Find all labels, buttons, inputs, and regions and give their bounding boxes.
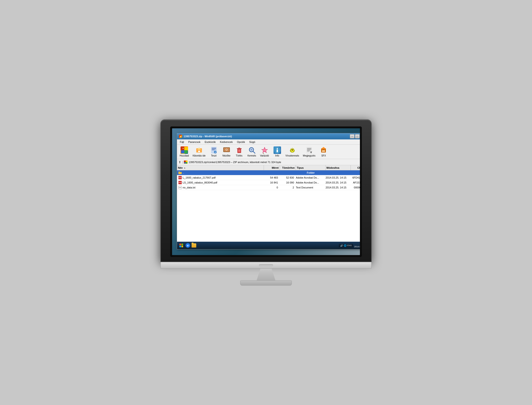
monitor-stand-neck xyxy=(257,269,275,280)
file-size: 16 841 xyxy=(270,181,278,184)
file-crc: 6FD41FCA xyxy=(352,176,360,179)
sfx-icon: SFX xyxy=(320,146,327,154)
svg-rect-10 xyxy=(212,149,216,149)
title-controls: ─ □ ✕ xyxy=(350,134,360,138)
pdf-icon: PDF xyxy=(178,181,182,184)
file-modified: 2014.03.25. 14:15 xyxy=(326,181,347,184)
internet-explorer-icon[interactable]: e xyxy=(185,243,190,248)
kereses-icon xyxy=(248,146,256,154)
winrar-window: R 1395753323.zip - WinRAR (próbaverzió) … xyxy=(177,133,360,250)
menu-tools[interactable]: Eszközök xyxy=(203,140,218,144)
col-header-packed[interactable]: Tömörítve xyxy=(280,165,296,170)
window-title: 1395753323.zip - WinRAR (próbaverzió) xyxy=(184,135,232,138)
toolbar-varazsl[interactable]: Varázsló xyxy=(259,145,271,158)
start-button[interactable] xyxy=(178,243,184,248)
taskbar-right: 🔊 🌐 ENG 14:01 2014.04.04. xyxy=(339,243,360,248)
toolbar-kibontas[interactable]: Kibontás ide xyxy=(191,145,207,158)
toolbar-info[interactable]: Info xyxy=(271,145,283,158)
file-type: Folder xyxy=(307,171,315,174)
txt-icon: TXT xyxy=(178,186,182,189)
svg-rect-20 xyxy=(238,148,240,148)
title-bar: R 1395753323.zip - WinRAR (próbaverzió) … xyxy=(177,133,360,139)
menu-file[interactable]: Fájl xyxy=(178,140,186,144)
svg-rect-23 xyxy=(240,149,240,152)
menu-options[interactable]: Opciók xyxy=(235,140,247,144)
file-crc: AF1510D0 xyxy=(353,181,360,184)
menu-help[interactable]: Súgó xyxy=(247,140,257,144)
toolbar-kereses[interactable]: Keresés xyxy=(246,145,258,158)
file-packed: 16 090 xyxy=(286,181,294,184)
megjegyzes-icon xyxy=(306,146,313,154)
svg-rect-52 xyxy=(184,162,186,163)
toolbar-sfx[interactable]: SFX SFX xyxy=(317,145,330,158)
file-name: LS_1600_rabalux_863040.pdf xyxy=(183,181,217,184)
info-icon xyxy=(273,146,281,154)
megjegyzes-label: Megjegyzés xyxy=(303,154,315,157)
desktop-background: R 1395753323.zip - WinRAR (próbaverzió) … xyxy=(172,128,360,255)
file-crc: 00000000 xyxy=(354,186,360,189)
taskbar-folder-icon[interactable] xyxy=(191,243,196,248)
toolbar-viruskereses[interactable]: Víruskeresés xyxy=(284,145,301,158)
monitor-power-button[interactable] xyxy=(259,264,273,266)
clock-date: 2014.04.04. xyxy=(354,245,360,248)
svg-rect-2 xyxy=(181,150,184,154)
windows-logo-icon xyxy=(179,243,183,247)
svg-point-26 xyxy=(250,148,253,151)
file-name: .. xyxy=(183,171,184,174)
svg-point-35 xyxy=(292,149,293,151)
monitor-body: R 1395753323.zip - WinRAR (próbaverzió) … xyxy=(160,119,372,262)
col-header-modified[interactable]: Módosítva xyxy=(326,165,351,170)
svg-rect-53 xyxy=(186,162,187,163)
file-modified: 2014.03.25. 14:15 xyxy=(326,176,347,179)
toolbar-teszt[interactable]: ✓ Teszt xyxy=(208,145,220,158)
svg-rect-11 xyxy=(212,150,215,150)
menu-commands[interactable]: Parancsok xyxy=(186,140,202,144)
winrar-title-icon: R xyxy=(179,135,182,138)
col-header-name[interactable]: Név ▲ xyxy=(177,165,264,170)
file-type: Adobe Acrobat Do... xyxy=(296,176,319,179)
table-row[interactable]: PDF L_1600_rabalux_217667.pdf 54 483 52 … xyxy=(177,175,360,180)
file-name: no_data.txt xyxy=(183,186,195,189)
svg-point-17 xyxy=(226,149,227,150)
svg-text:SFX: SFX xyxy=(322,151,325,152)
col-header-crc[interactable]: CRC32 xyxy=(351,165,360,170)
toolbar-megjegyzes[interactable]: Megjegyzés xyxy=(301,145,317,158)
maximize-button[interactable]: □ xyxy=(355,134,360,138)
svg-rect-50 xyxy=(184,161,186,162)
nezoke-label: Nézőke xyxy=(223,154,231,157)
svg-rect-43 xyxy=(307,151,309,151)
col-header-size[interactable]: Méret xyxy=(264,165,280,170)
svg-rect-21 xyxy=(238,149,239,152)
minimize-button[interactable]: ─ xyxy=(350,134,355,138)
info-label: Info xyxy=(275,154,279,157)
torles-icon xyxy=(235,146,243,154)
svg-rect-7 xyxy=(198,151,200,152)
svg-text:✓: ✓ xyxy=(215,151,217,154)
svg-line-37 xyxy=(293,148,294,149)
taskbar-left: e xyxy=(178,243,196,248)
up-folder-icon[interactable]: ⬆ xyxy=(178,160,181,164)
svg-rect-41 xyxy=(307,149,311,149)
toolbar: + Hozzáad xyxy=(177,145,360,159)
menu-favorites[interactable]: Kedvencek xyxy=(218,140,235,144)
monitor-stand-base xyxy=(240,280,292,286)
toolbar-hozzaad[interactable]: + Hozzáad xyxy=(178,145,191,158)
toolbar-nezoke[interactable]: Nézőke xyxy=(220,145,233,158)
tray-icon-2: 🌐 xyxy=(344,244,347,247)
hozzaad-icon: + xyxy=(181,146,188,154)
col-header-type[interactable]: Típus xyxy=(296,165,326,170)
tray-icon-1: 🔊 xyxy=(340,244,343,247)
svg-rect-48 xyxy=(323,149,324,150)
table-row[interactable]: PDF LS_1600_rabalux_863040.pdf 16 841 16… xyxy=(177,180,360,185)
taskbar: e 🔊 🌐 ENG 14:01 xyxy=(177,242,360,249)
toolbar-torles[interactable]: Törlés xyxy=(233,145,245,158)
monitor-wrapper: R 1395753323.zip - WinRAR (próbaverzió) … xyxy=(160,119,372,286)
table-row[interactable]: .. Folder xyxy=(177,170,360,175)
table-row[interactable]: TXT no_data.txt 0 2 Text D xyxy=(177,185,360,190)
file-name: L_1600_rabalux_217667.pdf xyxy=(183,176,216,179)
menu-bar: Fájl Parancsok Eszközök Kedvencek Opciók… xyxy=(177,139,360,145)
nezoke-icon xyxy=(223,146,230,154)
svg-rect-42 xyxy=(307,150,310,150)
svg-rect-40 xyxy=(307,148,311,148)
empty-file-area xyxy=(177,190,360,242)
